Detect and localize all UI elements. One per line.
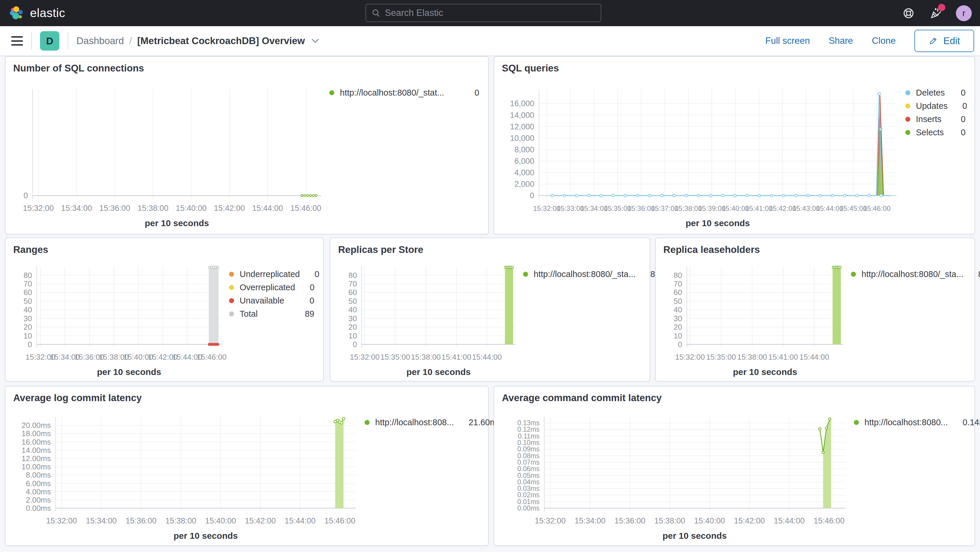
- svg-text:70: 70: [674, 279, 682, 288]
- svg-text:20: 20: [674, 323, 682, 331]
- legend-label: Inserts: [916, 115, 946, 124]
- chart-p7-canvas[interactable]: 0.00ms0.01ms0.02ms0.03ms0.04ms0.05ms0.06…: [494, 407, 854, 545]
- svg-text:60: 60: [348, 288, 357, 297]
- legend-item[interactable]: http://localhost:8080/_sta...89: [851, 267, 966, 281]
- svg-text:15:36:00: 15:36:00: [126, 516, 156, 525]
- chart-series: [551, 92, 891, 197]
- search-input[interactable]: [384, 7, 601, 19]
- svg-text:0: 0: [24, 191, 28, 200]
- svg-text:15:42:00: 15:42:00: [245, 516, 276, 525]
- svg-text:20: 20: [348, 323, 357, 331]
- svg-text:2.00ms: 2.00ms: [26, 496, 51, 504]
- svg-text:8.00ms: 8.00ms: [26, 471, 51, 479]
- chart-p6-canvas[interactable]: 0.00ms2.00ms4.00ms6.00ms8.00ms10.00ms12.…: [6, 407, 364, 545]
- legend-item[interactable]: Total89: [229, 307, 314, 321]
- divider: [31, 32, 32, 49]
- legend-value: 89: [968, 269, 980, 279]
- legend-item[interactable]: Overreplicated0: [229, 281, 314, 294]
- full-screen-button[interactable]: Full screen: [765, 36, 810, 46]
- brand-wordmark: elastic: [30, 6, 65, 20]
- legend-item[interactable]: http://localhost:808...21.60ms: [364, 416, 479, 429]
- legend-value: 0.14ms: [953, 418, 980, 427]
- legend-item[interactable]: Unavailable0: [229, 294, 314, 307]
- share-button[interactable]: Share: [829, 36, 853, 46]
- svg-text:10: 10: [348, 331, 357, 340]
- user-avatar[interactable]: r: [956, 5, 972, 21]
- svg-text:0.12ms: 0.12ms: [517, 426, 539, 433]
- legend-color-dot: [364, 420, 370, 425]
- legend-value: 0: [300, 283, 315, 292]
- menu-button[interactable]: [11, 36, 23, 46]
- svg-text:6,000: 6,000: [514, 157, 534, 165]
- svg-text:0: 0: [530, 191, 534, 200]
- legend-item[interactable]: Selects0: [905, 126, 966, 139]
- legend-color-dot: [229, 272, 234, 277]
- legend-label: http://localhost:8080/_sta...: [862, 269, 964, 279]
- space-badge[interactable]: D: [40, 31, 59, 51]
- svg-text:12,000: 12,000: [510, 122, 534, 131]
- elastic-brand[interactable]: elastic: [9, 6, 65, 21]
- svg-text:15:42:00: 15:42:00: [734, 516, 765, 525]
- chart-p4-canvas[interactable]: 0102030405060708015:32:0015:35:0015:38:0…: [331, 259, 523, 381]
- legend-item[interactable]: Inserts0: [905, 113, 966, 126]
- legend-label: Total: [240, 309, 290, 319]
- elastic-logo-icon: [9, 6, 24, 21]
- svg-text:70: 70: [348, 279, 357, 288]
- panel-title: Number of SQL connections: [6, 57, 488, 77]
- global-search[interactable]: [366, 4, 601, 22]
- legend-item[interactable]: http://localhost:8080/_sta...89: [523, 267, 641, 281]
- legend-label: http://localhost:8080...: [864, 418, 948, 427]
- breadcrumb-dashboard-link[interactable]: Dashboard: [76, 35, 124, 46]
- chart-series: [832, 266, 841, 344]
- legend-label: Updates: [916, 101, 948, 111]
- chart-grid: [33, 89, 321, 199]
- panel-title: Replica leaseholders: [656, 238, 974, 259]
- panel-title: Ranges: [6, 238, 323, 259]
- help-button[interactable]: [902, 6, 915, 20]
- svg-text:10: 10: [674, 331, 682, 340]
- svg-text:15:44:00: 15:44:00: [285, 516, 315, 525]
- svg-text:0: 0: [353, 340, 357, 349]
- legend-label: http://localhost:8080/_sta...: [534, 269, 636, 279]
- breadcrumb-current-title[interactable]: [Metricbeat CockroachDB] Overview: [137, 35, 305, 46]
- chart-p5-canvas[interactable]: 0102030405060708015:32:0015:35:0015:38:0…: [656, 259, 851, 381]
- chart-p3-canvas[interactable]: 0102030405060708015:32:0015:34:0015:36:0…: [6, 259, 229, 381]
- news-button[interactable]: [929, 6, 942, 20]
- legend-color-dot: [905, 130, 910, 135]
- svg-text:16,000: 16,000: [510, 99, 534, 108]
- panel-title: Average log commit latency: [6, 387, 488, 407]
- chart-series: [301, 195, 317, 197]
- chart-p1-canvas[interactable]: 015:32:0015:34:0015:36:0015:38:0015:40:0…: [6, 77, 329, 234]
- legend-item[interactable]: http://localhost:8080...0.14ms: [854, 416, 966, 429]
- space-initial: D: [46, 35, 54, 47]
- svg-text:0.01ms: 0.01ms: [517, 498, 539, 506]
- svg-text:15:34:00: 15:34:00: [61, 204, 92, 213]
- legend-item[interactable]: Updates0: [905, 99, 966, 113]
- legend-color-dot: [905, 103, 910, 108]
- edit-button[interactable]: Edit: [915, 30, 974, 52]
- legend-item[interactable]: Deletes0: [905, 86, 966, 99]
- svg-text:15:35:00: 15:35:00: [380, 353, 410, 361]
- legend-color-dot: [229, 312, 234, 317]
- svg-text:50: 50: [24, 297, 32, 305]
- svg-text:0.04ms: 0.04ms: [517, 478, 539, 486]
- legend-item[interactable]: http://localhost:8080/_stat...0: [329, 86, 479, 99]
- chart-p2-canvas[interactable]: 02,0004,0006,0008,00010,00012,00014,0001…: [494, 77, 905, 234]
- dashboard-list-toggle[interactable]: [311, 38, 320, 44]
- svg-text:0.11ms: 0.11ms: [518, 432, 539, 440]
- legend-label: http://localhost:8080/_stat...: [340, 88, 460, 98]
- clone-button[interactable]: Clone: [872, 36, 896, 46]
- svg-text:15:46:00: 15:46:00: [290, 204, 321, 213]
- chart-legend: Underreplicated0Overreplicated0Unavailab…: [229, 259, 323, 381]
- svg-text:10: 10: [24, 331, 32, 340]
- legend-label: Unavailable: [240, 296, 295, 305]
- legend-color-dot: [329, 90, 334, 95]
- svg-text:15:46:00: 15:46:00: [324, 516, 355, 525]
- x-axis-title: per 10 seconds: [145, 218, 209, 228]
- legend-item[interactable]: Underreplicated0: [229, 267, 314, 281]
- svg-text:40: 40: [348, 305, 357, 314]
- chart-legend: http://localhost:8080...0.14ms: [854, 407, 974, 545]
- svg-text:80: 80: [674, 271, 682, 280]
- legend-color-dot: [229, 298, 234, 303]
- chart-legend: http://localhost:8080/_sta...89: [523, 259, 649, 381]
